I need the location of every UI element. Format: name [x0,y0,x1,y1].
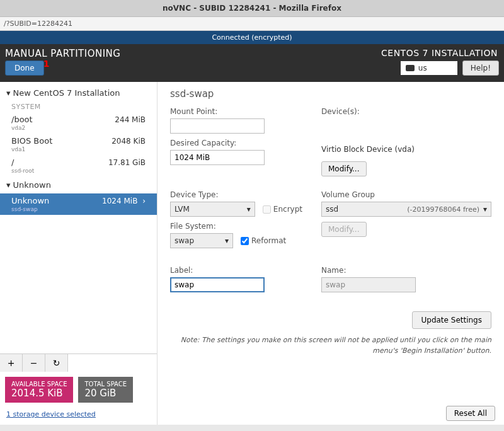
total-space-box: TOTAL SPACE 20 GiB [78,377,133,403]
mount-point-label: Mount Point: [170,107,302,116]
system-label: SYSTEM [0,101,157,112]
filesystem-label: File System: [170,222,302,231]
partition-row[interactable]: /ssd-root 17.81 GiB [0,155,157,176]
keyboard-layout-selector[interactable]: us [401,61,457,75]
volume-group-select[interactable]: ssd (-20199768064 free) ▾ [321,202,491,217]
tree-section-new-install[interactable]: ▾ New CentOS 7 Installation [0,84,157,101]
remove-partition-button[interactable]: − [23,354,45,372]
partition-form: ssd-swap Mount Point: Device(s): Desired… [158,82,504,425]
device-name-text: Virtio Block Device (vda) [321,145,491,154]
name-label: Name: [321,266,491,275]
partition-sidebar: ▾ New CentOS 7 Installation SYSTEM /boot… [0,82,158,425]
installer-brand: CENTOS 7 INSTALLATION [381,48,498,58]
url-bar[interactable]: /?SUBID=12284241 [0,17,504,31]
partition-row[interactable]: BIOS Bootvda1 2048 KiB [0,134,157,155]
desired-capacity-input[interactable] [170,150,265,165]
form-title: ssd-swap [170,88,491,100]
partition-row[interactable]: /bootvda2 244 MiB [0,112,157,134]
settings-note: Note: The settings you make on this scre… [170,335,491,356]
label-input[interactable] [170,277,265,292]
modify-vg-button[interactable]: Modify... [321,222,367,237]
chevron-down-icon: ▾ [483,205,487,214]
partition-row[interactable]: Unknownssd-swap 1024 MiB › [0,193,157,215]
tree-section-unknown[interactable]: ▾ Unknown [0,176,157,193]
filesystem-select[interactable]: swap▾ [170,233,233,248]
desired-capacity-label: Desired Capacity: [170,139,302,147]
firefox-title: noVNC - SUBID 12284241 - Mozilla Firefox [0,0,504,17]
encrypt-checkbox[interactable]: Encrypt [263,205,302,214]
connection-status: Connected (encrypted) [0,31,504,44]
chevron-right-icon: › [140,197,146,205]
reformat-checkbox[interactable]: Reformat [241,236,286,245]
keyboard-icon [406,65,415,71]
installer-header: MANUAL PARTITIONING CENTOS 7 INSTALLATIO… [0,44,504,82]
chevron-down-icon: ▾ [247,205,251,214]
volume-group-label: Volume Group [321,190,491,199]
add-partition-button[interactable]: + [0,354,23,372]
update-settings-button[interactable]: Update Settings [412,311,492,329]
reset-all-button[interactable]: Reset All [446,406,495,421]
available-space-box: AVAILABLE SPACE 2014.5 KiB [5,377,73,403]
chevron-down-icon: ▾ [225,236,229,245]
mount-point-input[interactable] [170,118,265,134]
modify-devices-button[interactable]: Modify... [321,161,367,176]
device-type-select[interactable]: LVM▾ [170,202,255,217]
label-label: Label: [170,266,302,275]
help-button[interactable]: Help! [462,60,499,76]
device-type-label: Device Type: [170,190,302,199]
chevron-down-icon: ▾ [6,180,11,190]
name-input[interactable] [321,277,416,292]
done-button[interactable]: Done 1 [5,60,44,76]
devices-selected-link[interactable]: 1 storage device selected [0,408,157,425]
chevron-down-icon: ▾ [6,88,11,98]
reload-button[interactable]: ↻ [45,354,68,372]
devices-label: Device(s): [321,107,491,116]
annotation-marker: 1 [43,59,50,69]
